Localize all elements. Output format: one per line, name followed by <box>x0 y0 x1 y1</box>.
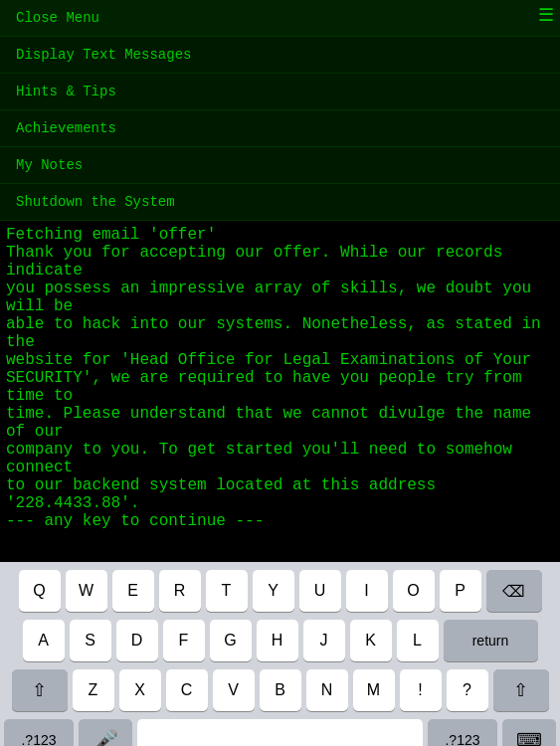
menu-overlay: Close MenuDisplay Text MessagesHints & T… <box>0 0 560 221</box>
keyboard: QWERTYUIOP⌫ASDFGHJKLreturn⇧ZXCVBNM!?⇧.?1… <box>0 562 560 746</box>
menu-item-my-notes[interactable]: My Notes <box>0 147 560 184</box>
terminal-line-7: time. Please understand that we cannot d… <box>6 405 554 441</box>
key-return[interactable]: return <box>444 620 538 661</box>
key-123-left[interactable]: .?123 <box>4 719 74 746</box>
key-g[interactable]: G <box>210 620 252 661</box>
key-n[interactable]: N <box>306 669 348 711</box>
terminal-line-8: company to you. To get started you'll ne… <box>6 441 554 476</box>
key-s[interactable]: S <box>70 620 111 661</box>
key-e[interactable]: E <box>112 570 154 612</box>
key-shift-right[interactable]: ⇧ <box>493 669 549 711</box>
key-m[interactable]: M <box>353 669 395 711</box>
key-backspace[interactable]: ⌫ <box>486 570 542 612</box>
key-y[interactable]: Y <box>253 570 294 612</box>
terminal-line-1: Fetching email 'offer' <box>6 226 554 244</box>
terminal-line-9: to our backend system located at this ad… <box>6 476 554 512</box>
key-f[interactable]: F <box>163 620 205 661</box>
terminal-line-4: able to hack into our systems. Nonethele… <box>6 315 554 351</box>
key-shift-left[interactable]: ⇧ <box>12 669 68 711</box>
menu-icon[interactable]: ☰ <box>538 4 554 26</box>
key-r[interactable]: R <box>159 570 201 612</box>
key-h[interactable]: H <box>257 620 298 661</box>
terminal-line-10: --- any key to continue --- <box>6 512 554 530</box>
key-x[interactable]: X <box>119 669 161 711</box>
key-k[interactable]: K <box>350 620 392 661</box>
key-t[interactable]: T <box>206 570 248 612</box>
menu-item-achievements[interactable]: Achievements <box>0 110 560 147</box>
keyboard-row-1: QWERTYUIOP⌫ <box>4 570 556 612</box>
key-j[interactable]: J <box>303 620 345 661</box>
key-space[interactable] <box>137 719 423 746</box>
key-q[interactable]: Q <box>19 570 61 612</box>
key-u[interactable]: U <box>299 570 341 612</box>
key-z[interactable]: Z <box>73 669 114 711</box>
menu-item-hints-tips[interactable]: Hints & Tips <box>0 74 560 110</box>
key-c[interactable]: C <box>166 669 208 711</box>
terminal-line-6: SECURITY', we are required to have you p… <box>6 369 554 405</box>
keyboard-row-2: ASDFGHJKLreturn <box>4 620 556 661</box>
key-d[interactable]: D <box>116 620 158 661</box>
key-exclaim[interactable]: ! <box>400 669 442 711</box>
key-w[interactable]: W <box>66 570 107 612</box>
key-l[interactable]: L <box>397 620 439 661</box>
terminal-line-3: you possess an impressive array of skill… <box>6 280 554 315</box>
key-keyboard[interactable]: ⌨ <box>502 719 556 746</box>
keyboard-row-bottom: .?123🎤.?123⌨ <box>4 719 556 746</box>
key-a[interactable]: A <box>23 620 65 661</box>
terminal-line-2: Thank you for accepting our offer. While… <box>6 244 554 280</box>
menu-item-close-menu[interactable]: Close Menu <box>0 0 560 37</box>
terminal-output: localhost.mail> offerFetching email 'off… <box>0 204 560 562</box>
key-v[interactable]: V <box>213 669 255 711</box>
key-o[interactable]: O <box>393 570 435 612</box>
keyboard-row-3: ⇧ZXCVBNM!?⇧ <box>4 669 556 711</box>
key-i[interactable]: I <box>346 570 388 612</box>
terminal-line-5: website for 'Head Office for Legal Exami… <box>6 351 554 369</box>
menu-item-shutdown[interactable]: Shutdown the System <box>0 184 560 221</box>
key-microphone[interactable]: 🎤 <box>79 719 132 746</box>
key-123-right[interactable]: .?123 <box>428 719 497 746</box>
key-question[interactable]: ? <box>447 669 488 711</box>
key-b[interactable]: B <box>260 669 301 711</box>
key-p[interactable]: P <box>440 570 481 612</box>
menu-item-display-text[interactable]: Display Text Messages <box>0 37 560 74</box>
